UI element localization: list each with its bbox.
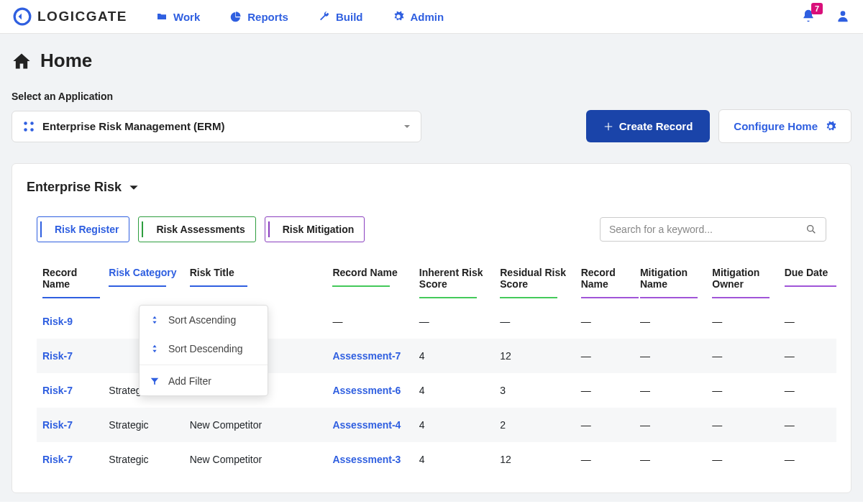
table-cell: — xyxy=(494,304,575,339)
table-cell: Risk-7 xyxy=(37,442,103,477)
chevron-down-icon xyxy=(403,123,411,130)
topbar: LOGICGATE Work Reports Build Admin 7 xyxy=(0,0,863,34)
table-cell: — xyxy=(706,408,778,442)
col-due-date[interactable]: Due Date xyxy=(779,267,836,304)
col-risk-title[interactable]: Risk Title xyxy=(184,267,327,304)
sort-ascending-item[interactable]: Sort Ascending xyxy=(140,306,268,334)
table-wrap: Record Name Risk Category Risk Title Rec… xyxy=(27,267,836,477)
table-cell: Assessment-3 xyxy=(327,442,413,477)
page-title: Home xyxy=(12,50,851,72)
table-cell: — xyxy=(779,442,836,477)
topbar-actions: 7 xyxy=(801,9,850,25)
table-cell: 12 xyxy=(494,339,575,373)
col-mitigation-name[interactable]: Mitigation Name xyxy=(634,267,706,304)
table-cell: — xyxy=(575,373,634,408)
selector-row: Enterprise Risk Management (ERM) Create … xyxy=(12,109,851,143)
application-select-value: Enterprise Risk Management (ERM) xyxy=(42,120,396,132)
svg-point-3 xyxy=(30,122,34,125)
nav-work[interactable]: Work xyxy=(156,11,200,23)
logo-text: LOGICGATE xyxy=(37,9,127,24)
filter-icon xyxy=(150,376,160,386)
pie-chart-icon xyxy=(230,11,242,22)
tab-risk-assessments[interactable]: Risk Assessments xyxy=(138,216,255,242)
svg-point-5 xyxy=(30,128,34,132)
logo[interactable]: LOGICGATE xyxy=(13,7,127,26)
add-filter-item[interactable]: Add Filter xyxy=(140,367,268,395)
nav-build[interactable]: Build xyxy=(319,11,363,23)
table-cell: Strategic xyxy=(103,408,183,442)
menu-separator xyxy=(140,365,268,365)
table-cell: 2 xyxy=(494,408,575,442)
logo-icon xyxy=(13,7,32,26)
home-icon xyxy=(12,51,32,71)
table-cell: — xyxy=(706,442,778,477)
table-cell: Risk-9 xyxy=(37,304,103,339)
tab-risk-register[interactable]: Risk Register xyxy=(37,216,129,242)
col-risk-category[interactable]: Risk Category xyxy=(103,267,183,304)
create-record-button[interactable]: Create Record xyxy=(586,110,711,142)
user-menu-button[interactable] xyxy=(836,9,850,25)
sort-icon xyxy=(150,344,160,354)
table-cell: — xyxy=(575,304,634,339)
modules-icon xyxy=(22,120,35,133)
table-row[interactable]: Risk-7StrategicNew CompetitorAssessment-… xyxy=(37,442,836,477)
search-box[interactable] xyxy=(600,217,826,242)
card-title[interactable]: Enterprise Risk xyxy=(27,180,836,195)
table-cell: — xyxy=(327,304,413,339)
gear-icon xyxy=(393,11,404,22)
svg-point-4 xyxy=(24,128,27,132)
table-cell: Risk-7 xyxy=(37,373,103,408)
table-row[interactable]: Risk-7StrategicNew CompetitorAssessment-… xyxy=(37,408,836,442)
table-cell: Assessment-4 xyxy=(327,408,413,442)
col-record-name-2[interactable]: Record Name xyxy=(327,267,413,304)
table-cell: — xyxy=(634,339,706,373)
table-cell: — xyxy=(779,408,836,442)
search-input[interactable] xyxy=(609,224,805,235)
notification-badge: 7 xyxy=(811,3,823,14)
sort-icon xyxy=(150,315,160,325)
table-cell: New Competitor xyxy=(184,408,327,442)
col-record-name-1[interactable]: Record Name xyxy=(37,267,103,304)
table-cell: 4 xyxy=(414,339,494,373)
tabs: Risk Register Risk Assessments Risk Miti… xyxy=(37,216,365,242)
nav-admin[interactable]: Admin xyxy=(393,11,444,23)
tab-risk-mitigation[interactable]: Risk Mitigation xyxy=(265,216,365,242)
svg-point-1 xyxy=(841,11,846,16)
table-cell: — xyxy=(575,408,634,442)
table-cell: — xyxy=(575,442,634,477)
gear-icon xyxy=(825,121,836,132)
tabs-row: Risk Register Risk Assessments Risk Miti… xyxy=(27,216,836,242)
col-mitigation-owner[interactable]: Mitigation Owner xyxy=(706,267,778,304)
table-cell: 4 xyxy=(414,408,494,442)
chevron-down-icon xyxy=(129,183,139,193)
col-inherent-score[interactable]: Inherent Risk Score xyxy=(414,267,494,304)
svg-point-2 xyxy=(24,122,27,125)
table-cell: — xyxy=(706,373,778,408)
plus-icon xyxy=(603,122,613,132)
table-cell: Strategic xyxy=(103,442,183,477)
application-select-label: Select an Application xyxy=(12,91,851,102)
wrench-icon xyxy=(319,11,330,22)
table-cell: 3 xyxy=(494,373,575,408)
main-nav: Work Reports Build Admin xyxy=(156,11,444,23)
table-cell: Risk-7 xyxy=(37,408,103,442)
search-icon xyxy=(805,224,817,235)
table-cell: — xyxy=(634,304,706,339)
table-cell: New Competitor xyxy=(184,442,327,477)
table-cell: — xyxy=(414,304,494,339)
sort-descending-item[interactable]: Sort Descending xyxy=(140,334,268,363)
table-cell: Risk-7 xyxy=(37,339,103,373)
table-cell: — xyxy=(634,373,706,408)
table-cell: — xyxy=(706,304,778,339)
col-residual-score[interactable]: Residual Risk Score xyxy=(494,267,575,304)
svg-point-6 xyxy=(808,226,813,232)
configure-home-button[interactable]: Configure Home xyxy=(718,109,851,143)
col-record-name-3[interactable]: Record Name xyxy=(575,267,634,304)
nav-reports[interactable]: Reports xyxy=(230,11,288,23)
notifications-button[interactable]: 7 xyxy=(801,9,816,25)
table-cell: Assessment-7 xyxy=(327,339,413,373)
table-cell: — xyxy=(575,339,634,373)
table-cell: 4 xyxy=(414,442,494,477)
content-card: Enterprise Risk Risk Register Risk Asses… xyxy=(12,163,851,493)
application-select[interactable]: Enterprise Risk Management (ERM) xyxy=(12,111,421,142)
